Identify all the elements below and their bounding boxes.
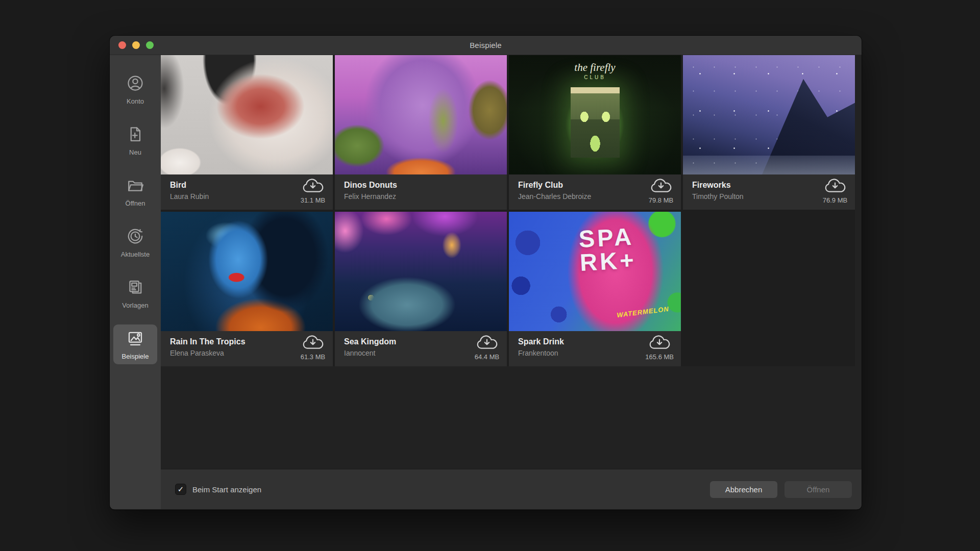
sample-thumbnail bbox=[335, 212, 507, 331]
sidebar-item-label: Vorlagen bbox=[122, 302, 148, 309]
sample-card-rain-in-the-tropics[interactable]: Rain In The Tropics Elena Paraskeva 61.3… bbox=[161, 212, 333, 366]
sidebar-item-oeffnen[interactable]: Öffnen bbox=[113, 171, 157, 211]
artwork-text: SPARK+ bbox=[578, 224, 641, 274]
sample-meta: Dinos Donuts Felix Hernandez bbox=[335, 174, 507, 210]
samples-window: Beispiele Konto bbox=[110, 36, 862, 510]
sidebar: Konto Neu bbox=[110, 55, 161, 509]
download-size: 79.8 MB bbox=[648, 196, 674, 204]
cloud-download-icon bbox=[648, 188, 674, 197]
sidebar-item-beispiele[interactable]: Beispiele bbox=[113, 324, 157, 364]
sample-meta: Bird Laura Rubin 31.1 MB bbox=[161, 174, 333, 210]
sidebar-item-vorlagen[interactable]: Vorlagen bbox=[113, 273, 157, 313]
sample-meta: Fireworks Timothy Poulton 76.9 MB bbox=[683, 174, 855, 210]
new-file-icon bbox=[126, 125, 144, 145]
sample-thumbnail bbox=[161, 55, 333, 174]
sidebar-item-konto[interactable]: Konto bbox=[113, 69, 157, 109]
open-button[interactable]: Öffnen bbox=[785, 481, 852, 498]
open-folder-icon bbox=[126, 176, 144, 196]
artwork-text: the firefly CLUB bbox=[509, 61, 681, 80]
checkbox-checked-icon[interactable]: ✓ bbox=[175, 484, 186, 495]
artwork-subtext: WATERMELON bbox=[616, 305, 669, 318]
cloud-download-icon bbox=[300, 345, 326, 354]
templates-icon bbox=[126, 278, 144, 298]
sample-thumbnail: SPARK+ WATERMELON bbox=[509, 212, 681, 331]
account-icon bbox=[126, 74, 144, 94]
empty-area bbox=[161, 366, 862, 469]
download-size: 61.3 MB bbox=[300, 353, 326, 361]
samples-icon bbox=[126, 329, 144, 349]
download-size: 31.1 MB bbox=[300, 196, 326, 204]
download-badge[interactable]: 61.3 MB bbox=[300, 334, 326, 361]
download-size: 165.6 MB bbox=[645, 353, 674, 361]
cloud-download-icon bbox=[647, 345, 672, 354]
sample-card-spark-drink[interactable]: SPARK+ WATERMELON Spark Drink Frankentoo… bbox=[509, 212, 681, 366]
cancel-button[interactable]: Abbrechen bbox=[710, 481, 777, 498]
samples-gallery: Bird Laura Rubin 31.1 MB bbox=[161, 55, 862, 509]
cloud-download-icon bbox=[474, 345, 500, 354]
sample-card-sea-kingdom[interactable]: Sea Kingdom Iannocent 64.4 MB bbox=[335, 212, 507, 366]
footer-bar: ✓ Beim Start anzeigen Abbrechen Öffnen bbox=[161, 469, 862, 509]
download-badge[interactable]: 76.9 MB bbox=[822, 178, 848, 204]
sample-title: Dinos Donuts bbox=[344, 181, 499, 190]
sample-meta: Firefly Club Jean-Charles Debroize 79.8 … bbox=[509, 174, 681, 210]
sidebar-item-aktuellste[interactable]: Aktuellste bbox=[113, 222, 157, 262]
sample-card-dinos-donuts[interactable]: Dinos Donuts Felix Hernandez bbox=[335, 55, 507, 210]
sample-author: Felix Hernandez bbox=[344, 192, 499, 201]
sidebar-item-label: Neu bbox=[129, 148, 141, 156]
sample-thumbnail bbox=[161, 212, 333, 331]
sample-card-fireworks[interactable]: Fireworks Timothy Poulton 76.9 MB bbox=[683, 55, 855, 210]
sidebar-item-label: Beispiele bbox=[122, 353, 149, 360]
sample-meta: Rain In The Tropics Elena Paraskeva 61.3… bbox=[161, 331, 333, 366]
checkbox-label: Beim Start anzeigen bbox=[192, 485, 261, 494]
samples-grid: Bird Laura Rubin 31.1 MB bbox=[161, 55, 855, 366]
window-title: Beispiele bbox=[110, 41, 862, 49]
sample-card-bird[interactable]: Bird Laura Rubin 31.1 MB bbox=[161, 55, 333, 210]
sidebar-item-label: Öffnen bbox=[126, 199, 145, 207]
show-at-start-option[interactable]: ✓ Beim Start anzeigen bbox=[175, 484, 261, 495]
sample-thumbnail: the firefly CLUB bbox=[509, 55, 681, 174]
sidebar-item-label: Aktuellste bbox=[121, 251, 150, 258]
sample-meta: Spark Drink Frankentoon 165.6 MB bbox=[509, 331, 681, 366]
sample-thumbnail bbox=[335, 55, 507, 174]
cloud-download-icon bbox=[822, 188, 848, 197]
download-size: 64.4 MB bbox=[474, 353, 500, 361]
cloud-download-icon bbox=[300, 188, 326, 197]
sample-thumbnail bbox=[683, 55, 855, 174]
download-badge[interactable]: 64.4 MB bbox=[474, 334, 500, 361]
sidebar-item-neu[interactable]: Neu bbox=[113, 120, 157, 160]
download-size: 76.9 MB bbox=[822, 196, 848, 204]
download-badge[interactable]: 79.8 MB bbox=[648, 178, 674, 204]
sidebar-item-label: Konto bbox=[127, 97, 144, 105]
titlebar: Beispiele bbox=[110, 36, 862, 55]
recent-icon bbox=[126, 227, 144, 247]
download-badge[interactable]: 165.6 MB bbox=[645, 334, 674, 361]
download-badge[interactable]: 31.1 MB bbox=[300, 178, 326, 204]
sample-card-firefly-club[interactable]: the firefly CLUB Firefly Club Jean-Charl… bbox=[509, 55, 681, 210]
sample-meta: Sea Kingdom Iannocent 64.4 MB bbox=[335, 331, 507, 366]
